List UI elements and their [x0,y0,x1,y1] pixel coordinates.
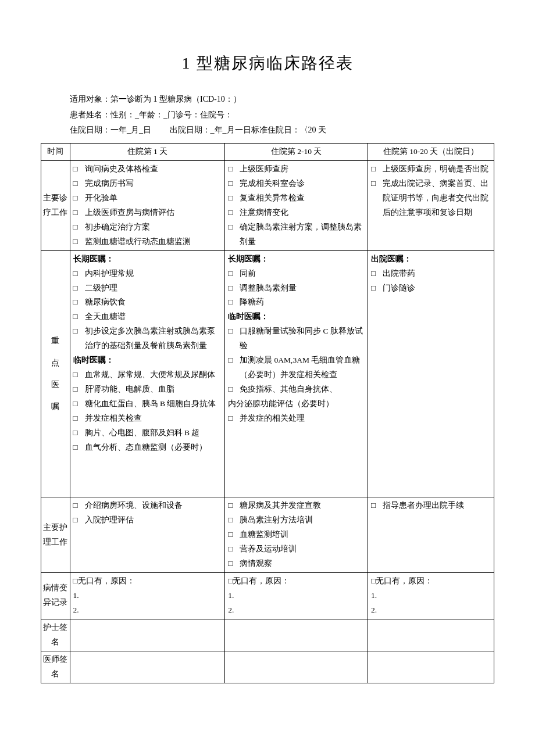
subhead-longterm2: 长期医嘱： [227,252,366,267]
checkbox-item[interactable]: 复查相关异常检查 [227,191,366,206]
intro-line-3: 住院日期：一年_月_日 出院日期：_年_月一日标准住院日：〈20 天 [70,123,494,138]
label-nurse-sign: 护士签名 [41,619,70,651]
label-main-work: 主要诊疗工作 [41,160,70,250]
variance-text[interactable]: 无口有，原因： [78,576,135,585]
subhead-longterm: 长期医嘱： [72,252,223,267]
checkbox-item[interactable]: 加测凌晨 0AM,3AM 毛细血管血糖（必要时）并发症相关检查 [227,353,366,382]
checkbox-item[interactable]: 注意病情变化 [227,206,366,220]
checkbox-item[interactable]: 完成病历书写 [72,177,223,191]
cell-variance-day3: □无口有，原因： 1. 2. [368,572,494,619]
checkbox-item[interactable]: 糖化血红蛋白、胰岛 B 细胞自身抗体 [72,397,223,411]
variance-line2[interactable]: 2. [72,603,223,618]
checkbox-item[interactable]: 上级医师查房与病情评估 [72,206,223,220]
checkbox-item[interactable]: 上级医师查房，明确是否出院 [370,162,492,177]
plain-text: 内分泌腺功能评估（必要时） [227,397,366,411]
hdr-day2-10: 住院第 2-10 天 [225,143,368,160]
cell-orders-day3: 出院医嘱： 出院带药 门诊随诊 [368,250,494,497]
checkbox-item[interactable]: 入院护理评估 [72,513,223,528]
checkbox-item[interactable]: 介绍病房环境、设施和设备 [72,499,223,513]
checkbox-item[interactable]: 确定胰岛素注射方案，调整胰岛素剂量 [227,220,366,249]
label-doctor-sign: 医师签名 [41,651,70,683]
checkbox-item[interactable]: 调整胰岛素剂量 [227,281,366,296]
checkbox-item[interactable]: 糖尿病饮食 [72,295,223,310]
label-nursing: 主要护理工作 [41,497,70,573]
checkbox-item[interactable]: 全天血糖谱 [72,310,223,324]
checkbox-item[interactable]: 血气分析、态血糖监测（必要时） [72,440,223,455]
nurse-sign-1[interactable] [70,619,225,651]
doctor-sign-2[interactable] [225,651,368,683]
checkbox-item[interactable]: 降糖药 [227,295,366,310]
variance-line1[interactable]: 1. [72,589,223,603]
nurse-sign-2[interactable] [225,619,368,651]
checkbox-item[interactable]: 并发症相关检查 [72,411,223,426]
checkbox-item[interactable]: 胸片、心电图、腹部及妇科 B 超 [72,426,223,440]
label-orders: 重 点 医 嘱 [41,250,70,497]
row-nurse-sign: 护士签名 [41,619,494,651]
doctor-sign-3[interactable] [368,651,494,683]
checkbox-item[interactable]: 血糖监测培训 [227,528,366,542]
checkbox-item[interactable]: 免疫指标、其他自身抗体、 [227,382,366,397]
checkbox-item[interactable]: 初步确定治疗方案 [72,220,223,235]
checkbox-item[interactable]: 门诊随诊 [370,281,492,296]
cell-orders-day2: 长期医嘱： 同前 调整胰岛素剂量 降糖药 临时医嘱： 口服糖耐量试验和同步 C … [225,250,368,497]
cell-main-day3: 上级医师查房，明确是否出院 完成出院记录、病案首页、出院证明书等，向患者交代出院… [368,160,494,250]
checkbox-item[interactable]: 血常规、尿常规、大便常规及尿酮体 [72,368,223,382]
row-main-work: 主要诊疗工作 询问病史及体格检查 完成病历书写 开化验单 上级医师查房与病情评估… [41,160,494,250]
checkbox-item[interactable]: 询问病史及体格检查 [72,162,223,177]
checkbox-item[interactable]: 完成相关科室会诊 [227,177,366,191]
row-nursing: 主要护理工作 介绍病房环境、设施和设备 入院护理评估 糖尿病及其并发症宣教 胰岛… [41,497,494,573]
cell-variance-day1: □无口有，原因： 1. 2. [70,572,225,619]
intro-line-2: 患者姓名：性别：_年龄：_门诊号：住院号： [70,108,494,123]
cell-main-day1: 询问病史及体格检查 完成病历书写 开化验单 上级医师查房与病情评估 初步确定治疗… [70,160,225,250]
checkbox-item[interactable]: 肝肾功能、电解质、血脂 [72,382,223,397]
subhead-discharge: 出院医嘱： [370,252,492,267]
doctor-sign-1[interactable] [70,651,225,683]
hdr-day10-20: 住院第 10-20 天（出院日） [368,143,494,160]
hdr-time: 时间 [41,143,70,160]
admit-date: 住院日期：一年_月_日 [70,126,151,134]
variance-text[interactable]: 无口有，原因： [233,576,290,585]
row-variance: 病情变异记录 □无口有，原因： 1. 2. □无口有，原因： 1. 2. □无口… [41,572,494,619]
label-main-work-text: 主要诊疗工作 [43,194,67,217]
variance-line1[interactable]: 1. [227,589,366,603]
cell-nursing-day1: 介绍病房环境、设施和设备 入院护理评估 [70,497,225,573]
checkbox-item[interactable]: 病情观察 [227,557,366,571]
subhead-temp: 临时医嘱： [72,353,223,368]
checkbox-item[interactable]: 并发症的相关处理 [227,411,366,426]
checkbox-item[interactable]: 出院带药 [370,267,492,281]
row-orders: 重 点 医 嘱 长期医嘱： 内科护理常规 二级护理 糖尿病饮食 全天血糖谱 初步… [41,250,494,497]
subhead-temp2: 临时医嘱： [227,310,366,324]
checkbox-item[interactable]: 内科护理常规 [72,267,223,281]
page-root: 1 型糖尿病临床路径表 适用对象：第一诊断为 1 型糖尿病（ICD-10：） 患… [0,0,535,707]
checkbox-item[interactable]: 营养及运动培训 [227,542,366,557]
checkbox-item[interactable]: 初步设定多次胰岛素注射或胰岛素泵治疗的基础剂量及餐前胰岛素剂量 [72,324,223,353]
cell-main-day2: 上级医师查房 完成相关科室会诊 复查相关异常检查 注意病情变化 确定胰岛素注射方… [225,160,368,250]
pathway-table: 时间 住院第 1 天 住院第 2-10 天 住院第 10-20 天（出院日） 主… [41,143,494,683]
hdr-day1: 住院第 1 天 [70,143,225,160]
checkbox-item[interactable]: 监测血糖谱或行动态血糖监测 [72,235,223,249]
checkbox-item[interactable]: 糖尿病及其并发症宣教 [227,499,366,513]
checkbox-item[interactable]: 同前 [227,267,366,281]
variance-line2[interactable]: 2. [370,603,492,618]
checkbox-item[interactable]: 完成出院记录、病案首页、出院证明书等，向患者交代出院后的注意事项和复诊日期 [370,177,492,220]
intro-block: 适用对象：第一诊断为 1 型糖尿病（ICD-10：） 患者姓名：性别：_年龄：_… [70,92,494,138]
variance-line2[interactable]: 2. [227,603,366,618]
intro-line-1: 适用对象：第一诊断为 1 型糖尿病（ICD-10：） [70,92,494,108]
table-header-row: 时间 住院第 1 天 住院第 2-10 天 住院第 10-20 天（出院日） [41,143,494,160]
cell-nursing-day3: 指导患者办理出院手续 [368,497,494,573]
cell-orders-day1: 长期医嘱： 内科护理常规 二级护理 糖尿病饮食 全天血糖谱 初步设定多次胰岛素注… [70,250,225,497]
checkbox-item[interactable]: 二级护理 [72,281,223,296]
checkbox-item[interactable]: 开化验单 [72,191,223,206]
cell-variance-day2: □无口有，原因： 1. 2. [225,572,368,619]
checkbox-item[interactable]: 口服糖耐量试验和同步 C 肽释放试验 [227,324,366,353]
row-doctor-sign: 医师签名 [41,651,494,683]
variance-line1[interactable]: 1. [370,589,492,603]
checkbox-item[interactable]: 胰岛素注射方法培训 [227,513,366,528]
page-title: 1 型糖尿病临床路径表 [41,52,494,74]
cell-nursing-day2: 糖尿病及其并发症宣教 胰岛素注射方法培训 血糖监测培训 营养及运动培训 病情观察 [225,497,368,573]
checkbox-item[interactable]: 指导患者办理出院手续 [370,499,492,513]
nurse-sign-3[interactable] [368,619,494,651]
variance-text[interactable]: 无口有，原因： [376,576,433,585]
discharge-date: 出院日期：_年_月一日标准住院日：〈20 天 [170,126,327,134]
checkbox-item[interactable]: 上级医师查房 [227,162,366,177]
